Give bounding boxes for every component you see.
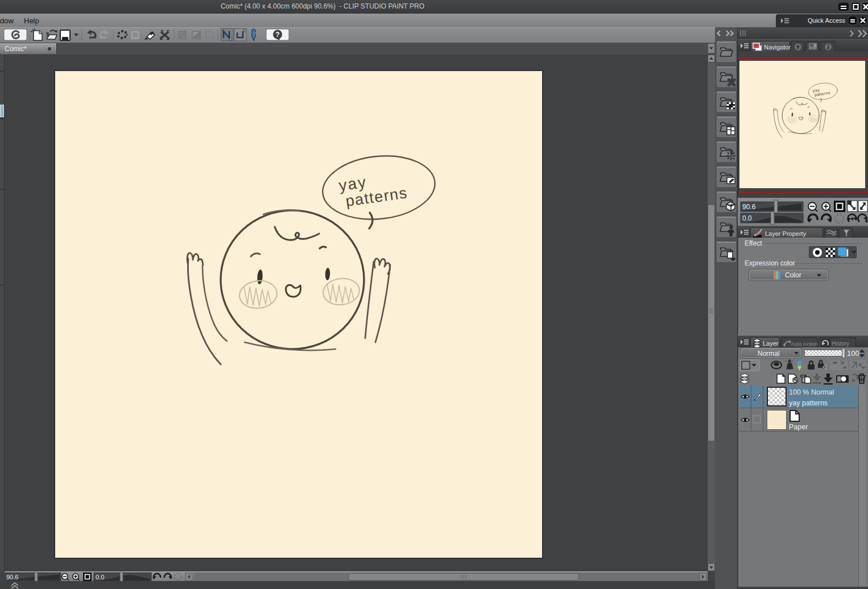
- svg-text:?: ?: [275, 31, 279, 39]
- svg-text:0.0: 0.0: [96, 574, 104, 580]
- svg-text:90.6: 90.6: [742, 203, 756, 211]
- svg-text:0.0: 0.0: [742, 214, 752, 222]
- svg-text:90.6: 90.6: [6, 574, 18, 580]
